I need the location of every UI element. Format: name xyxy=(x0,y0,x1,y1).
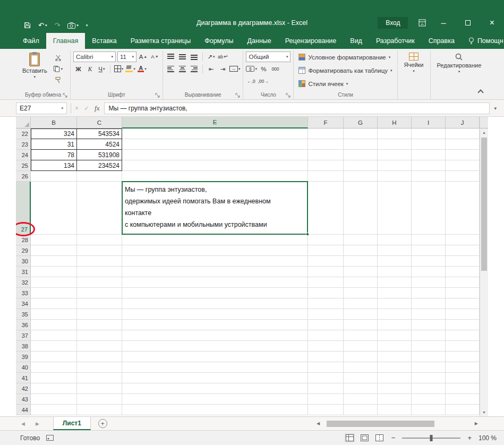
cell[interactable] xyxy=(378,139,412,150)
cell[interactable] xyxy=(344,330,378,341)
row-header[interactable]: 32 xyxy=(16,277,31,288)
cell[interactable] xyxy=(77,277,122,288)
scroll-up-button[interactable]: ▲ xyxy=(480,129,488,136)
row-header[interactable]: 30 xyxy=(16,256,31,267)
cell[interactable] xyxy=(308,341,344,352)
cell[interactable] xyxy=(308,171,344,182)
cell[interactable] xyxy=(308,150,344,160)
font-color-button[interactable]: А ▾ xyxy=(137,64,147,74)
cell[interactable]: 543534 xyxy=(77,129,122,139)
cell[interactable] xyxy=(122,235,308,245)
percent-style-button[interactable]: % xyxy=(259,64,269,74)
cell[interactable] xyxy=(378,182,412,235)
cell[interactable] xyxy=(77,309,122,320)
tab-page-layout[interactable]: Разметка страницы xyxy=(124,33,198,49)
cell[interactable]: 4524 xyxy=(77,139,122,150)
cell[interactable] xyxy=(412,160,446,171)
customize-qat-button[interactable]: ▾ xyxy=(86,23,88,27)
decrease-font-size-button[interactable]: А▼ xyxy=(150,52,160,62)
scroll-left-button[interactable]: ◀ xyxy=(315,421,321,426)
col-header-H[interactable]: H xyxy=(378,117,412,129)
merge-center-button[interactable]: ↔ ▾ xyxy=(229,64,241,74)
cell[interactable] xyxy=(344,309,378,320)
cell[interactable] xyxy=(31,277,77,288)
cell[interactable] xyxy=(446,405,480,415)
cell[interactable] xyxy=(122,277,308,288)
cell[interactable] xyxy=(446,256,480,267)
cell[interactable] xyxy=(308,139,344,150)
cell[interactable] xyxy=(344,277,378,288)
cell[interactable] xyxy=(308,405,344,415)
cell[interactable] xyxy=(308,309,344,320)
cell[interactable] xyxy=(378,352,412,362)
cell[interactable] xyxy=(77,373,122,383)
cell[interactable] xyxy=(77,182,122,235)
cell[interactable] xyxy=(308,160,344,171)
zoom-out-button[interactable]: − xyxy=(389,434,398,442)
cell[interactable]: 31 xyxy=(31,139,77,150)
cell[interactable] xyxy=(77,267,122,277)
cell[interactable] xyxy=(412,267,446,277)
tab-view[interactable]: Вид xyxy=(343,33,369,49)
cell[interactable] xyxy=(344,256,378,267)
cell[interactable] xyxy=(31,352,77,362)
cell[interactable] xyxy=(308,267,344,277)
row-header[interactable]: 35 xyxy=(16,309,31,320)
cell[interactable] xyxy=(344,362,378,373)
cell[interactable] xyxy=(77,256,122,267)
format-as-table-button[interactable]: Форматировать как таблицу ▾ xyxy=(296,64,394,76)
cell[interactable] xyxy=(122,405,308,415)
cell[interactable] xyxy=(344,171,378,182)
cell[interactable]: 78 xyxy=(31,150,77,160)
cell[interactable] xyxy=(122,171,308,182)
cell[interactable] xyxy=(412,288,446,298)
name-box[interactable]: E27 ▾ xyxy=(16,102,67,114)
cell[interactable] xyxy=(446,309,480,320)
borders-button[interactable]: ▾ xyxy=(114,64,124,74)
ribbon-display-options-button[interactable] xyxy=(418,19,426,27)
cell[interactable] xyxy=(344,298,378,309)
cell[interactable] xyxy=(122,139,308,150)
cell[interactable] xyxy=(344,341,378,352)
cell[interactable] xyxy=(77,405,122,415)
horizontal-scroll-thumb[interactable] xyxy=(327,421,434,427)
tab-home[interactable]: Главная xyxy=(46,33,86,49)
cell[interactable] xyxy=(412,394,446,405)
row-header[interactable]: 29 xyxy=(16,245,31,256)
cell[interactable] xyxy=(308,256,344,267)
cell[interactable] xyxy=(446,129,480,139)
redo-button[interactable]: ↷ xyxy=(54,22,60,29)
select-all-corner[interactable] xyxy=(16,117,31,129)
cell[interactable] xyxy=(344,139,378,150)
cells-button[interactable]: Ячейки ▾ xyxy=(400,51,428,74)
cell[interactable] xyxy=(77,352,122,362)
cell[interactable] xyxy=(122,394,308,405)
cell[interactable] xyxy=(446,352,480,362)
cell[interactable] xyxy=(412,309,446,320)
cell[interactable] xyxy=(446,277,480,288)
cell[interactable] xyxy=(31,373,77,383)
cell[interactable] xyxy=(446,139,480,150)
col-header-C[interactable]: C xyxy=(77,117,122,129)
decrease-indent-button[interactable]: ⇤ xyxy=(206,64,216,74)
cell[interactable] xyxy=(412,383,446,394)
cell[interactable] xyxy=(378,171,412,182)
row-header[interactable]: 26 xyxy=(16,171,31,182)
cell[interactable] xyxy=(77,298,122,309)
cell[interactable] xyxy=(308,362,344,373)
accounting-format-button[interactable]: $ ▾ xyxy=(246,64,257,74)
tab-developer[interactable]: Разработчик xyxy=(369,33,422,49)
increase-indent-button[interactable]: ⇥ xyxy=(218,64,228,74)
row-header[interactable]: 33 xyxy=(16,288,31,298)
cell[interactable] xyxy=(446,182,480,235)
cell[interactable] xyxy=(378,405,412,415)
cell[interactable] xyxy=(412,256,446,267)
cell[interactable] xyxy=(378,288,412,298)
tab-formulas[interactable]: Формулы xyxy=(198,33,240,49)
zoom-slider-thumb[interactable] xyxy=(430,435,433,441)
decrease-decimal-button[interactable]: ,00→ xyxy=(258,76,268,86)
cell[interactable]: 134 xyxy=(31,160,77,171)
scroll-down-button[interactable]: ▼ xyxy=(480,408,488,416)
row-header[interactable]: 22 xyxy=(16,129,31,139)
cell[interactable] xyxy=(31,245,77,256)
